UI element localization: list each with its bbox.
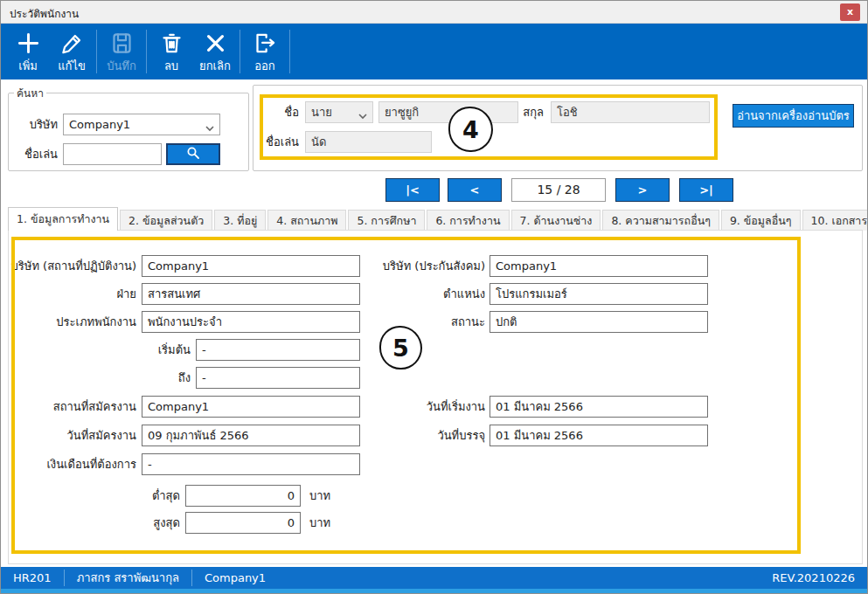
placement-date-value: 01 มีนาคม 2566 (496, 429, 583, 442)
search-group: ค้นหา บริษัท Company1 ชื่อเล่น (8, 85, 249, 171)
name-title-value: นาย (311, 106, 332, 119)
tab-work-history[interactable]: 6. การทำงาน (427, 210, 509, 231)
company-work-value: Company1 (148, 259, 209, 273)
expected-salary-field[interactable]: - (142, 453, 360, 475)
company-sso-value: Company1 (496, 259, 557, 273)
placement-date-field[interactable]: 01 มีนาคม 2566 (490, 425, 708, 446)
status-field[interactable]: ปกติ (490, 311, 708, 333)
tab-technical-skills[interactable]: 7. ด้านงานช่าง (511, 210, 601, 231)
pager-last-button[interactable]: >| (679, 178, 733, 202)
apply-date-value: 09 กุมภาพันธ์ 2566 (148, 429, 249, 442)
close-button[interactable]: x (840, 3, 860, 21)
until-label: ถึง (61, 367, 191, 389)
edit-button[interactable]: แก้ไข (50, 26, 94, 77)
start-date-label: วันที่เริ่มงาน (356, 396, 485, 418)
status-value: ปกติ (496, 315, 517, 328)
search-group-title: ค้นหา (14, 85, 46, 101)
salary-min-value: 0 (288, 489, 295, 502)
company-sso-field[interactable]: Company1 (490, 255, 708, 277)
search-button[interactable] (166, 143, 220, 165)
pager-next-button[interactable]: > (615, 178, 670, 202)
company-search-select[interactable]: Company1 (63, 114, 220, 135)
company-sso-label: บริษัท (ประกันสังคม) (356, 255, 485, 277)
status-bar-strip (1, 589, 867, 594)
start-value: - (202, 343, 206, 356)
start-date-field[interactable]: 01 มีนาคม 2566 (490, 396, 708, 418)
exit-button[interactable]: ออก (243, 26, 287, 77)
first-name-value: ยาซูยูกิ (385, 106, 419, 119)
nickname-value: นัด (311, 135, 326, 148)
apply-place-value: Company1 (148, 400, 209, 413)
plus-icon (17, 31, 40, 59)
position-value: โปรแกรมเมอร์ (496, 287, 567, 300)
tab-work-info[interactable]: 1. ข้อมูลการทำงาน (8, 207, 118, 231)
nickname-field[interactable]: นัด (305, 131, 432, 153)
salary-max-label: สูงสุด (51, 512, 180, 534)
toolbar-separator (96, 30, 97, 73)
cancel-button-label: ยกเลิก (199, 60, 231, 73)
until-value: - (202, 371, 206, 384)
nickname-search-label: ชื่อเล่น (10, 143, 58, 165)
chevron-down-icon (358, 107, 368, 118)
tab-other-info[interactable]: 9. ข้อมูลอื่นๆ (721, 210, 801, 231)
company-work-field[interactable]: Company1 (142, 255, 360, 277)
pager-prev-button[interactable]: < (448, 178, 502, 202)
save-button[interactable]: บันทึก (100, 26, 143, 77)
nickname-search-input[interactable] (63, 143, 162, 165)
toolbar-separator (146, 30, 147, 73)
employee-header-group: ชื่อ นาย ยาซูยูกิ สกุล โอชิ ชื่อเล่น นัด… (253, 85, 863, 171)
save-icon (110, 31, 134, 59)
tab-address[interactable]: 3. ที่อยู่ (214, 210, 266, 231)
tab-education[interactable]: 5. การศึกษา (348, 210, 425, 231)
position-label: ตำแหน่ง (356, 283, 485, 305)
exit-button-label: ออก (254, 60, 275, 73)
employee-type-field[interactable]: พนักงานประจำ (142, 311, 360, 333)
apply-place-field[interactable]: Company1 (142, 396, 360, 418)
title-bar: ประวัติพนักงาน x (1, 1, 867, 24)
position-field[interactable]: โปรแกรมเมอร์ (490, 283, 708, 305)
delete-button[interactable]: ลบ (149, 26, 193, 77)
chevron-down-icon (205, 120, 215, 130)
name-title-select[interactable]: นาย (305, 101, 373, 123)
salary-min-unit: บาท (309, 485, 330, 507)
department-field[interactable]: สารสนเทศ (142, 283, 360, 305)
company-search-value: Company1 (69, 118, 130, 131)
tab-personal-info[interactable]: 2. ข้อมูลส่วนตัว (120, 210, 212, 231)
until-field[interactable]: - (196, 367, 360, 389)
surname-field[interactable]: โอชิ (551, 101, 710, 123)
salary-min-field[interactable]: 0 (185, 485, 301, 507)
company-search-label: บริษัท (10, 114, 58, 135)
status-code: HR201 (1, 567, 64, 589)
search-icon (185, 145, 201, 164)
apply-date-label: วันที่สมัครงาน (9, 425, 136, 446)
start-date-value: 01 มีนาคม 2566 (496, 400, 583, 413)
start-field[interactable]: - (196, 339, 360, 361)
nickname-label: ชื่อเล่น (253, 131, 299, 153)
apply-date-field[interactable]: 09 กุมภาพันธ์ 2566 (142, 425, 360, 446)
employee-type-value: พนักงานประจำ (148, 315, 222, 328)
placement-date-label: วันที่บรรจุ (356, 425, 485, 446)
surname-label: สกุล (488, 101, 544, 123)
add-button[interactable]: เพิ่ม (6, 26, 50, 77)
window-title: ประวัติพนักงาน (10, 5, 79, 22)
pager-first-button[interactable]: |< (385, 178, 440, 202)
status-company: Company1 (192, 567, 278, 589)
status-revision: REV.20210226 (760, 567, 867, 589)
add-button-label: เพิ่ม (18, 60, 38, 73)
read-card-button[interactable]: อ่านจากเครื่องอ่านบัตร (733, 104, 854, 128)
salary-max-field[interactable]: 0 (185, 512, 301, 534)
pager-position: 15 / 28 (511, 178, 606, 202)
main-toolbar: เพิ่ม แก้ไข บันทึก ลบ ยกเลิก ออก (1, 24, 867, 79)
cancel-button[interactable]: ยกเลิก (193, 26, 237, 77)
salary-max-unit: บาท (309, 512, 330, 534)
tab-content-work-info: บริษัท (สถานที่ปฏิบัติงาน) Company1 บริษ… (8, 230, 863, 564)
name-label: ชื่อ (253, 101, 299, 123)
salary-max-value: 0 (288, 516, 295, 529)
tab-marital-status[interactable]: 4. สถานภาพ (267, 210, 346, 231)
tab-documents-training[interactable]: 10. เอกสาร/การอบรม (802, 210, 868, 231)
status-user: ภาสกร สราพัฒนากุล (65, 567, 191, 589)
exit-icon (253, 31, 277, 59)
trash-icon (160, 31, 184, 59)
tab-other-abilities[interactable]: 8. ความสามารถอื่นๆ (602, 210, 719, 231)
apply-place-label: สถานที่สมัครงาน (9, 396, 136, 418)
